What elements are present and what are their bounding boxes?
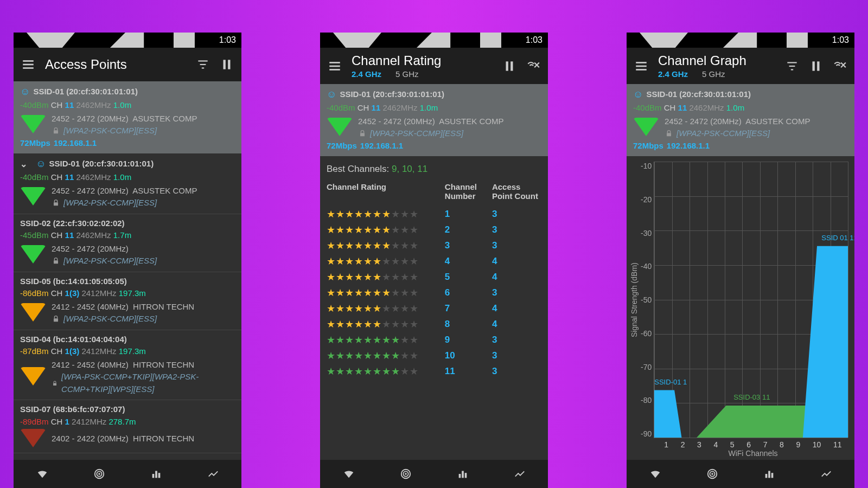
wifi-strength-icon <box>20 245 46 265</box>
star-rating: ★★★★★★★★★★ <box>327 224 445 236</box>
rating-table: ★★★★★★★★★★ 1 3★★★★★★★★★★ 2 3★★★★★★★★★★ 3… <box>320 206 548 379</box>
svg-rect-18 <box>152 474 154 478</box>
svg-rect-11 <box>54 203 58 206</box>
svg-point-17 <box>99 473 100 474</box>
connected-ap-card[interactable]: ☺SSID-01 (20:cf:30:01:01:01) -40dBm CH 1… <box>14 81 241 153</box>
nav-access-points[interactable] <box>343 468 355 480</box>
star-rating: ★★★★★★★★★★ <box>327 318 445 330</box>
star-rating: ★★★★★★★★★★ <box>327 240 445 252</box>
nav-channel-graph[interactable] <box>763 468 775 480</box>
x-axis-label: WiFi Channels <box>658 449 848 460</box>
status-time: 1:03 <box>219 35 236 45</box>
menu-icon[interactable] <box>634 59 648 73</box>
nav-time-graph[interactable] <box>820 468 832 480</box>
menu-icon[interactable] <box>21 57 35 72</box>
menu-icon[interactable] <box>328 59 342 73</box>
y-axis: -10-20-30-40-50-60-70-80-90 <box>639 162 654 438</box>
filter-icon[interactable] <box>196 57 210 72</box>
bar-chart-icon <box>150 468 162 480</box>
filter-icon[interactable] <box>785 59 799 73</box>
target-icon <box>400 468 412 480</box>
ap-item[interactable]: ⌄ ☺ SSID-01 (20:cf:30:01:01:01) -40dBm C… <box>14 153 241 214</box>
nav-channel-graph[interactable] <box>457 468 469 480</box>
lock-icon <box>358 129 367 138</box>
smiley-icon: ☺ <box>20 85 30 99</box>
svg-rect-58 <box>771 473 773 478</box>
nav-time-graph[interactable] <box>207 468 219 480</box>
pause-icon[interactable] <box>220 57 234 72</box>
bar-chart-icon <box>763 468 775 480</box>
band-tab-24[interactable]: 2.4 GHz <box>352 69 381 79</box>
ap-item[interactable]: SSID-05 (bc:14:01:05:05:05) -86dBm CH 1(… <box>14 272 241 330</box>
svg-rect-36 <box>464 473 467 478</box>
nav-channel-rating[interactable] <box>706 468 718 480</box>
wifi-strength-icon <box>20 187 46 207</box>
chevron-down-icon[interactable]: ⌄ <box>20 158 27 171</box>
wifi-icon <box>36 468 48 480</box>
rating-row: ★★★★★★★★★★ 8 4 <box>320 316 548 332</box>
best-channels: Best Channels: 9, 10, 11 <box>320 156 548 180</box>
wifi-icon <box>649 468 661 480</box>
nav-channel-rating[interactable] <box>400 468 412 480</box>
svg-point-55 <box>712 473 713 474</box>
nav-access-points[interactable] <box>36 468 48 480</box>
connected-ap-card[interactable]: ☺SSID-01 (20:cf:30:01:01:01) -40dBm CH 1… <box>627 84 854 156</box>
bottom-nav <box>14 460 241 488</box>
band-tab-5[interactable]: 5 GHz <box>395 69 419 79</box>
nav-time-graph[interactable] <box>514 468 526 480</box>
rating-row: ★★★★★★★★★★ 3 3 <box>320 237 548 253</box>
lock-icon <box>52 126 60 135</box>
page-title: Access Points <box>45 57 186 72</box>
band-tab-24[interactable]: 2.4 GHz <box>658 69 688 79</box>
svg-rect-8 <box>224 60 226 69</box>
pause-icon[interactable] <box>502 59 516 73</box>
phone-access-points: 1:03 Access Points ☺SSID-01 (20:cf:30:01… <box>14 33 241 488</box>
target-icon <box>706 468 718 480</box>
app-bar: Channel Graph 2.4 GHz5 GHz <box>627 48 854 84</box>
ap-list[interactable]: ⌄ ☺ SSID-01 (20:cf:30:01:01:01) -40dBm C… <box>14 153 241 460</box>
rating-row: ★★★★★★★★★★ 1 3 <box>320 206 548 222</box>
pause-icon[interactable] <box>809 59 823 73</box>
smiley-icon: ☺ <box>633 87 643 102</box>
nav-channel-graph[interactable] <box>150 468 162 480</box>
lock-icon <box>52 379 58 388</box>
star-rating: ★★★★★★★★★★ <box>327 208 445 220</box>
rating-row: ★★★★★★★★★★ 9 3 <box>320 332 548 348</box>
phone-channel-graph: 1:03 Channel Graph 2.4 GHz5 GHz ☺SSID-01… <box>627 33 854 488</box>
page-title: Channel Graph <box>658 53 775 68</box>
rating-header: Channel Rating Channel Number Access Poi… <box>320 180 548 206</box>
nav-access-points[interactable] <box>649 468 661 480</box>
svg-rect-45 <box>813 61 815 70</box>
svg-rect-34 <box>458 474 461 478</box>
lock-icon <box>665 129 673 138</box>
wifi-strength-icon <box>20 367 46 387</box>
ap-item[interactable]: SSID-02 (22:cf:30:02:02:02) -45dBm CH 11… <box>14 214 241 272</box>
scan-icon[interactable] <box>526 59 540 73</box>
status-bar: 1:03 <box>320 33 548 48</box>
rating-row: ★★★★★★★★★★ 5 4 <box>320 269 548 285</box>
bar-chart-icon <box>457 468 469 480</box>
star-rating: ★★★★★★★★★★ <box>327 271 445 283</box>
band-tab-5[interactable]: 5 GHz <box>702 69 725 79</box>
svg-rect-19 <box>155 471 157 478</box>
wifi-strength-icon <box>327 118 353 137</box>
connected-ap-card[interactable]: ☺SSID-01 (20:cf:30:01:01:01) -40dBm CH 1… <box>320 84 548 156</box>
lock-icon <box>52 314 60 323</box>
scan-icon[interactable] <box>833 59 847 73</box>
status-time: 1:03 <box>526 35 542 45</box>
svg-rect-35 <box>462 471 464 478</box>
svg-rect-13 <box>54 319 58 322</box>
star-rating: ★★★★★★★★★★ <box>327 334 445 346</box>
nav-channel-rating[interactable] <box>93 468 105 480</box>
ap-item[interactable]: SSID-04 (bc:14:01:04:04:04) -87dBm CH 1(… <box>14 330 241 401</box>
svg-rect-27 <box>510 61 513 70</box>
status-bar: 1:03 <box>627 33 854 48</box>
bottom-nav <box>320 460 548 488</box>
plot-area: K SSID-01 1SSID-03 11SSID 01 11 <box>654 162 848 438</box>
star-rating: ★★★★★★★★★★ <box>327 255 445 267</box>
ap-item[interactable]: SSID-07 (68:b6:fc:07:07:07) -89dBm CH 1 … <box>14 400 241 453</box>
x-axis: 1234567891011 <box>658 438 848 449</box>
svg-rect-57 <box>768 471 770 478</box>
wifi-strength-icon <box>633 118 659 137</box>
channel-graph: Signal Strength (dBm) -10-20-30-40-50-60… <box>627 156 854 460</box>
